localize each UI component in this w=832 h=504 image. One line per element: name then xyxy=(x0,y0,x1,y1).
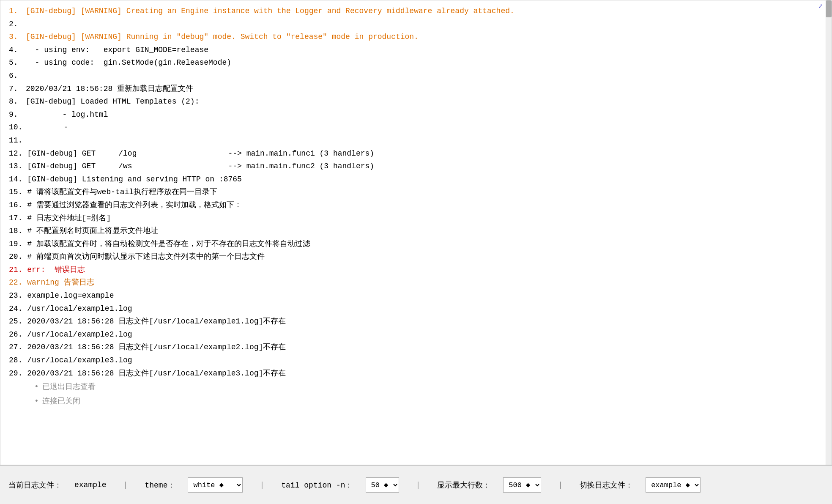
line-number: 8. xyxy=(9,95,26,108)
terminal-line: 15. # 请将该配置文件与web-tail执行程序放在同一目录下 xyxy=(9,186,823,199)
max-lines-label: 显示最大行数： xyxy=(437,480,490,490)
line-content: [GIN-debug] [WARNING] Running in "debug"… xyxy=(26,30,419,44)
bullet-dot: • xyxy=(34,394,39,408)
line-content: warning 告警日志 xyxy=(27,276,94,289)
line-content: err: 错误日志 xyxy=(27,263,85,277)
terminal-line: 29. 2020/03/21 18:56:28 日志文件[/usr/local/… xyxy=(9,367,823,380)
bullet-text: 连接已关闭 xyxy=(42,394,80,408)
line-number: 18. xyxy=(9,225,27,238)
terminal-line: 6. xyxy=(9,69,823,82)
line-content: [GIN-debug] GET /log --> main.main.func1… xyxy=(27,147,374,160)
line-content: # 前端页面首次访问时默认显示下述日志文件列表中的第一个日志文件 xyxy=(27,250,265,263)
line-content: # 不配置别名时页面上将显示文件地址 xyxy=(27,225,158,238)
line-content: - log.html xyxy=(26,108,108,121)
line-number: 5. xyxy=(9,56,26,69)
line-content: 2020/03/21 18:56:28 日志文件[/usr/local/exam… xyxy=(27,367,286,380)
line-content: 2020/03/21 18:56:28 日志文件[/usr/local/exam… xyxy=(27,341,286,354)
terminal-line: 22. warning 告警日志 xyxy=(9,276,823,289)
line-content: 2020/03/21 18:56:28 日志文件[/usr/local/exam… xyxy=(27,315,286,328)
line-content: [GIN-debug] Listening and serving HTTP o… xyxy=(27,173,242,186)
line-content: - using code: gin.SetMode(gin.ReleaseMod… xyxy=(26,56,231,69)
line-number: 13. xyxy=(9,160,27,173)
line-content: /usr/local/example3.log xyxy=(27,354,132,367)
collapse-icon[interactable]: ⤢ xyxy=(818,3,823,10)
theme-label: theme： xyxy=(145,480,175,490)
current-log-label: 当前日志文件： xyxy=(8,480,62,490)
switch-log-label: 切换日志文件： xyxy=(580,480,633,490)
line-content: 2020/03/21 18:56:28 重新加载日志配置文件 xyxy=(26,82,193,96)
line-number: 10. xyxy=(9,121,27,134)
line-number: 28. xyxy=(9,354,27,367)
line-content: - using env: export GIN_MODE=release xyxy=(26,44,208,57)
terminal-line: 3. [GIN-debug] [WARNING] Running in "deb… xyxy=(9,30,823,44)
terminal-line: 4. - using env: export GIN_MODE=release xyxy=(9,44,823,57)
line-number: 26. xyxy=(9,328,27,341)
terminal: ⤢ 1. [GIN-debug] [WARNING] Creating an E… xyxy=(0,0,832,465)
scrollbar[interactable] xyxy=(826,0,832,465)
terminal-line: 1. [GIN-debug] [WARNING] Creating an Eng… xyxy=(9,5,823,18)
line-number: 27. xyxy=(9,341,27,354)
terminal-line: 12. [GIN-debug] GET /log --> main.main.f… xyxy=(9,147,823,160)
terminal-line: 11. xyxy=(9,134,823,147)
terminal-line: 23. example.log=example xyxy=(9,289,823,302)
terminal-line: 19. # 加载该配置文件时，将自动检测文件是否存在，对于不存在的日志文件将自动… xyxy=(9,238,823,251)
terminal-line: 8. [GIN-debug] Loaded HTML Templates (2)… xyxy=(9,95,823,108)
line-number: 14. xyxy=(9,173,27,186)
line-content: [GIN-debug] Loaded HTML Templates (2): xyxy=(26,95,199,108)
line-number: 15. xyxy=(9,186,27,199)
line-number: 2. xyxy=(9,18,26,31)
line-number: 4. xyxy=(9,44,26,57)
terminal-line: 7. 2020/03/21 18:56:28 重新加载日志配置文件 xyxy=(9,82,823,96)
line-number: 6. xyxy=(9,69,26,82)
terminal-line: 16. # 需要通过浏览器查看的日志文件列表，实时加载，格式如下： xyxy=(9,199,823,212)
current-log-value: example xyxy=(74,481,107,489)
line-content: [GIN-debug] [WARNING] Creating an Engine… xyxy=(26,5,515,18)
line-number: 22. xyxy=(9,276,27,289)
terminal-line: 17. # 日志文件地址[=别名] xyxy=(9,212,823,225)
terminal-line: 24. /usr/local/example1.log xyxy=(9,302,823,315)
terminal-line: 14. [GIN-debug] Listening and serving HT… xyxy=(9,173,823,186)
terminal-line: 9. - log.html xyxy=(9,108,823,121)
line-number: 24. xyxy=(9,302,27,315)
line-number: 1. xyxy=(9,5,26,18)
terminal-line: 5. - using code: gin.SetMode(gin.Release… xyxy=(9,56,823,69)
switch-log-select[interactable]: example ◆ xyxy=(646,477,701,493)
line-number: 20. xyxy=(9,250,27,263)
line-number: 19. xyxy=(9,238,27,251)
tail-label: tail option -n： xyxy=(281,480,353,490)
bullet-item: •连接已关闭 xyxy=(9,394,823,408)
line-content: # 需要通过浏览器查看的日志文件列表，实时加载，格式如下： xyxy=(27,199,242,212)
tail-select[interactable]: 50 ◆ 100 200 500 xyxy=(366,477,399,493)
line-number: 17. xyxy=(9,212,27,225)
scrollbar-thumb[interactable] xyxy=(826,0,832,17)
line-number: 9. xyxy=(9,108,26,121)
terminal-line: 28. /usr/local/example3.log xyxy=(9,354,823,367)
line-content: example.log=example xyxy=(27,289,114,302)
terminal-line: 13. [GIN-debug] GET /ws --> main.main.fu… xyxy=(9,160,823,173)
theme-select[interactable]: white ◆ dark solarized xyxy=(188,477,243,493)
terminal-line: 27. 2020/03/21 18:56:28 日志文件[/usr/local/… xyxy=(9,341,823,354)
line-number: 16. xyxy=(9,199,27,212)
line-number: 3. xyxy=(9,30,26,44)
line-number: 25. xyxy=(9,315,27,328)
line-content: - xyxy=(27,121,68,134)
line-content: /usr/local/example1.log xyxy=(27,302,132,315)
line-content: /usr/local/example2.log xyxy=(27,328,132,341)
bullet-dot: • xyxy=(34,380,39,394)
max-lines-select[interactable]: 500 ◆ 100 200 1000 xyxy=(503,477,541,493)
terminal-line: 10. - xyxy=(9,121,823,134)
lines-container: 1. [GIN-debug] [WARNING] Creating an Eng… xyxy=(9,5,823,409)
line-number: 29. xyxy=(9,367,27,380)
bullet-item: •已退出日志查看 xyxy=(9,380,823,394)
terminal-line: 21. err: 错误日志 xyxy=(9,263,823,277)
line-number: 23. xyxy=(9,289,27,302)
line-content: # 请将该配置文件与web-tail执行程序放在同一目录下 xyxy=(27,186,217,199)
line-number: 11. xyxy=(9,134,27,147)
line-number: 21. xyxy=(9,263,27,277)
line-content: [GIN-debug] GET /ws --> main.main.func2 … xyxy=(27,160,374,173)
terminal-line: 20. # 前端页面首次访问时默认显示下述日志文件列表中的第一个日志文件 xyxy=(9,250,823,263)
line-content: # 日志文件地址[=别名] xyxy=(27,212,111,225)
terminal-line: 2. xyxy=(9,18,823,31)
bullet-text: 已退出日志查看 xyxy=(42,380,96,394)
line-number: 12. xyxy=(9,147,27,160)
